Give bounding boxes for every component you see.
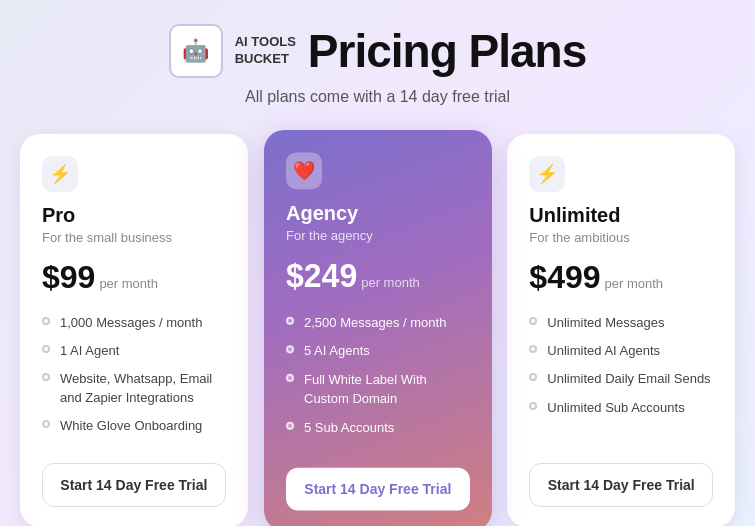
feature-dot-icon — [42, 317, 50, 325]
plan-desc-agency: For the agency — [286, 228, 470, 243]
plan-price-agency: $249per month — [286, 258, 470, 296]
feature-dot-icon — [529, 317, 537, 325]
feature-text: 5 AI Agents — [304, 342, 370, 361]
logo-box: 🤖 — [169, 24, 223, 78]
list-item: 2,500 Messages / month — [286, 314, 470, 333]
feature-text: 2,500 Messages / month — [304, 314, 446, 333]
list-item: Unlimited Daily Email Sends — [529, 370, 713, 388]
feature-dot-icon — [42, 373, 50, 381]
price-period-unlimited: per month — [605, 276, 664, 291]
logo-icon: 🤖 — [182, 38, 209, 64]
header-top: 🤖 AI TOOLS BUCKET Pricing Plans — [169, 24, 587, 78]
feature-dot-icon — [529, 345, 537, 353]
plan-icon-unlimited: ⚡ — [529, 156, 565, 192]
plan-desc-pro: For the small business — [42, 230, 226, 245]
plan-card-agency: ❤️AgencyFor the agency$249per month2,500… — [264, 130, 492, 526]
feature-text: 5 Sub Accounts — [304, 418, 394, 437]
subtitle: All plans come with a 14 day free trial — [245, 88, 510, 106]
feature-dot-icon — [286, 422, 294, 430]
feature-text: 1 AI Agent — [60, 342, 119, 360]
price-period-agency: per month — [361, 275, 420, 290]
plan-name-pro: Pro — [42, 204, 226, 227]
feature-dot-icon — [529, 373, 537, 381]
list-item: Unlimited Messages — [529, 314, 713, 332]
plan-card-unlimited: ⚡UnlimitedFor the ambitious$499per month… — [507, 134, 735, 526]
plan-price-pro: $99per month — [42, 259, 226, 296]
feature-text: Unlimited Messages — [547, 314, 664, 332]
list-item: 1,000 Messages / month — [42, 314, 226, 332]
features-list-unlimited: Unlimited MessagesUnlimited AI AgentsUnl… — [529, 314, 713, 445]
plan-icon-pro: ⚡ — [42, 156, 78, 192]
feature-dot-icon — [286, 345, 294, 353]
feature-dot-icon — [529, 402, 537, 410]
list-item: 5 AI Agents — [286, 342, 470, 361]
feature-text: Full White Label With Custom Domain — [304, 371, 470, 408]
plan-name-unlimited: Unlimited — [529, 204, 713, 227]
plan-price-unlimited: $499per month — [529, 259, 713, 296]
list-item: Unlimited Sub Accounts — [529, 399, 713, 417]
feature-dot-icon — [286, 317, 294, 325]
page-title: Pricing Plans — [308, 24, 586, 78]
cta-button-pro[interactable]: Start 14 Day Free Trial — [42, 463, 226, 507]
feature-text: White Glove Onboarding — [60, 417, 202, 435]
logo-text: AI TOOLS BUCKET — [235, 34, 296, 68]
plan-name-agency: Agency — [286, 201, 470, 224]
feature-text: 1,000 Messages / month — [60, 314, 202, 332]
feature-dot-icon — [286, 374, 294, 382]
features-list-agency: 2,500 Messages / month5 AI AgentsFull Wh… — [286, 314, 470, 450]
list-item: Unlimited AI Agents — [529, 342, 713, 360]
feature-dot-icon — [42, 420, 50, 428]
list-item: White Glove Onboarding — [42, 417, 226, 435]
page-header: 🤖 AI TOOLS BUCKET Pricing Plans All plan… — [169, 24, 587, 106]
feature-text: Unlimited Sub Accounts — [547, 399, 684, 417]
plan-icon-agency: ❤️ — [286, 153, 322, 190]
feature-text: Unlimited AI Agents — [547, 342, 660, 360]
price-period-pro: per month — [99, 276, 158, 291]
list-item: Full White Label With Custom Domain — [286, 371, 470, 408]
plan-card-pro: ⚡ProFor the small business$99per month1,… — [20, 134, 248, 526]
list-item: 1 AI Agent — [42, 342, 226, 360]
plan-desc-unlimited: For the ambitious — [529, 230, 713, 245]
list-item: 5 Sub Accounts — [286, 418, 470, 437]
features-list-pro: 1,000 Messages / month1 AI AgentWebsite,… — [42, 314, 226, 445]
price-amount-pro: $99 — [42, 259, 95, 296]
plans-container: ⚡ProFor the small business$99per month1,… — [20, 134, 735, 526]
cta-button-unlimited[interactable]: Start 14 Day Free Trial — [529, 463, 713, 507]
feature-dot-icon — [42, 345, 50, 353]
price-amount-agency: $249 — [286, 258, 357, 296]
cta-button-agency[interactable]: Start 14 Day Free Trial — [286, 468, 470, 511]
feature-text: Website, Whatsapp, Email and Zapier Inte… — [60, 370, 226, 406]
price-amount-unlimited: $499 — [529, 259, 600, 296]
feature-text: Unlimited Daily Email Sends — [547, 370, 710, 388]
list-item: Website, Whatsapp, Email and Zapier Inte… — [42, 370, 226, 406]
